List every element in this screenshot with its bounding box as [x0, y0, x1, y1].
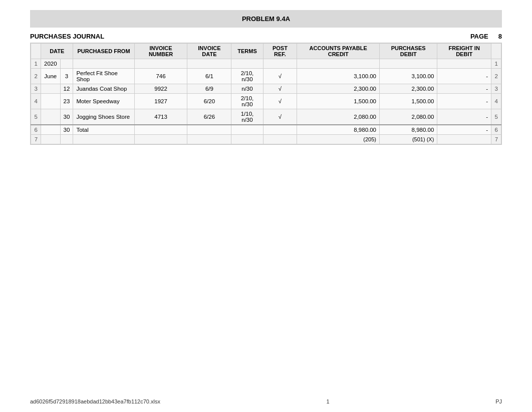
cell-purchases-debit: 2,080.00 — [380, 109, 437, 125]
cell-purchases-debit: 8,980.00 — [380, 125, 437, 135]
cell-post-ref: √ — [263, 94, 297, 109]
purchases-journal-table: DATE PURCHASED FROM INVOICE NUMBER INVOI… — [31, 43, 501, 144]
cell-month — [41, 135, 61, 144]
cell-accounts-payable-credit: 2,300.00 — [297, 84, 380, 94]
cell-purchases-debit: 2,300.00 — [380, 84, 437, 94]
cell-purchases-debit: 1,500.00 — [380, 94, 437, 109]
cell-month — [41, 84, 61, 94]
cell-post-ref — [263, 59, 297, 69]
row-num-left: 7 — [31, 135, 41, 144]
col-header-terms: TERMS — [231, 44, 263, 59]
cell-day: 3 — [60, 69, 73, 84]
cell-day: 30 — [60, 125, 73, 135]
cell-purchased-from: Perfect Fit Shoe Shop — [73, 69, 134, 84]
row-num-left: 5 — [31, 109, 41, 125]
cell-invoice-date — [187, 125, 231, 135]
page-label: PAGE — [470, 33, 488, 40]
cell-accounts-payable-credit: (205) — [297, 135, 380, 144]
cell-post-ref: √ — [263, 109, 297, 125]
cell-freight-in-debit — [437, 59, 491, 69]
col-header-post-ref: POST REF. — [263, 44, 297, 59]
footer-page-number: 1 — [327, 398, 330, 404]
table-row: 2June3Perfect Fit Shoe Shop7466/12/10, n… — [31, 69, 501, 84]
cell-freight-in-debit — [437, 135, 491, 144]
cell-purchases-debit: (501) (X) — [380, 135, 437, 144]
table-row: 530Jogging Shoes Store47136/261/10, n/30… — [31, 109, 501, 125]
cell-invoice-number — [134, 135, 187, 144]
col-header-invoice-number: INVOICE NUMBER — [134, 44, 187, 59]
cell-freight-in-debit: - — [437, 84, 491, 94]
cell-freight-in-debit: - — [437, 94, 491, 109]
cell-accounts-payable-credit: 2,080.00 — [297, 109, 380, 125]
cell-post-ref: √ — [263, 84, 297, 94]
cell-invoice-number: 4713 — [134, 109, 187, 125]
cell-purchased-from: Moter Speedway — [73, 94, 134, 109]
cell-accounts-payable-credit: 1,500.00 — [297, 94, 380, 109]
cell-invoice-date: 6/20 — [187, 94, 231, 109]
row-num-right: 6 — [491, 125, 501, 135]
cell-freight-in-debit: - — [437, 69, 491, 84]
table-row: 423Moter Speedway19276/202/10, n/30√1,50… — [31, 94, 501, 109]
cell-day: 12 — [60, 84, 73, 94]
cell-month — [41, 125, 61, 135]
row-num-right: 5 — [491, 109, 501, 125]
row-num-left: 3 — [31, 84, 41, 94]
cell-post-ref — [263, 125, 297, 135]
cell-invoice-date — [187, 59, 231, 69]
page-container: PROBLEM 9.4A PURCHASES JOURNAL PAGE 8 DA… — [0, 0, 532, 412]
cell-terms — [231, 59, 263, 69]
row-num-left: 4 — [31, 94, 41, 109]
col-header-purchased-from: PURCHASED FROM — [73, 44, 134, 59]
cell-month: June — [41, 69, 61, 84]
cell-purchases-debit — [380, 59, 437, 69]
cell-accounts-payable-credit — [297, 59, 380, 69]
cell-invoice-number — [134, 125, 187, 135]
cell-day — [60, 59, 73, 69]
row-num-left: 6 — [31, 125, 41, 135]
footer-filename: ad6026f5d72918918aebdad12bb43ea7fb112c70… — [30, 398, 160, 404]
row-num-left: 1 — [31, 59, 41, 69]
cell-month — [41, 109, 61, 125]
cell-invoice-date: 6/26 — [187, 109, 231, 125]
journal-table-wrapper: DATE PURCHASED FROM INVOICE NUMBER INVOI… — [30, 43, 502, 145]
cell-accounts-payable-credit: 3,100.00 — [297, 69, 380, 84]
cell-purchased-from — [73, 135, 134, 144]
cell-purchased-from: Total — [73, 125, 134, 135]
cell-invoice-number: 1927 — [134, 94, 187, 109]
cell-invoice-number — [134, 59, 187, 69]
cell-purchased-from: Juandas Coat Shop — [73, 84, 134, 94]
cell-terms: n/30 — [231, 84, 263, 94]
col-header-freight-in-debit: FREIGHT IN DEBIT — [437, 44, 491, 59]
cell-purchased-from: Jogging Shoes Store — [73, 109, 134, 125]
table-row: 630Total8,980.008,980.00-6 — [31, 125, 501, 135]
cell-day: 30 — [60, 109, 73, 125]
row-num-right: 2 — [491, 69, 501, 84]
col-header-accounts-payable-credit: ACCOUNTS PAYABLE CREDIT — [297, 44, 380, 59]
row-num-right: 3 — [491, 84, 501, 94]
page-number: 8 — [498, 33, 502, 40]
cell-terms — [231, 125, 263, 135]
cell-terms — [231, 135, 263, 144]
cell-invoice-number: 9922 — [134, 84, 187, 94]
title-text: PROBLEM 9.4A — [242, 15, 290, 23]
cell-terms: 2/10, n/30 — [231, 69, 263, 84]
cell-invoice-number: 746 — [134, 69, 187, 84]
col-header-row-num-left — [31, 44, 41, 59]
table-row: 120201 — [31, 59, 501, 69]
cell-accounts-payable-credit: 8,980.00 — [297, 125, 380, 135]
cell-day: 23 — [60, 94, 73, 109]
col-header-date: DATE — [41, 44, 73, 59]
col-header-invoice-date: INVOICE DATE — [187, 44, 231, 59]
cell-freight-in-debit: - — [437, 109, 491, 125]
table-row: 7(205)(501) (X)7 — [31, 135, 501, 144]
cell-terms: 1/10, n/30 — [231, 109, 263, 125]
cell-month — [41, 94, 61, 109]
row-num-left: 2 — [31, 69, 41, 84]
col-header-row-num-right — [491, 44, 501, 59]
footer: ad6026f5d72918918aebdad12bb43ea7fb112c70… — [30, 398, 502, 404]
cell-purchased-from — [73, 59, 134, 69]
cell-invoice-date: 6/9 — [187, 84, 231, 94]
journal-header: PURCHASES JOURNAL PAGE 8 — [30, 33, 502, 40]
footer-code: PJ — [495, 398, 502, 404]
cell-terms: 2/10, n/30 — [231, 94, 263, 109]
